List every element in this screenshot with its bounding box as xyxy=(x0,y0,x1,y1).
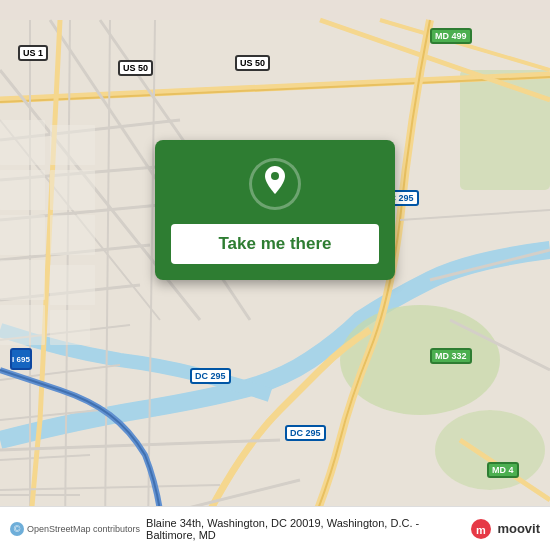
svg-rect-40 xyxy=(50,265,95,305)
svg-rect-36 xyxy=(0,170,45,210)
road-badge-us50-b: US 50 xyxy=(235,55,270,71)
svg-rect-34 xyxy=(50,125,95,165)
svg-rect-37 xyxy=(0,215,45,255)
action-card: Take me there xyxy=(155,140,395,280)
svg-rect-2 xyxy=(460,70,550,190)
svg-rect-42 xyxy=(50,310,90,345)
take-me-there-button[interactable]: Take me there xyxy=(171,224,379,264)
road-badge-i695: I 695 xyxy=(10,348,32,370)
road-badge-us50-a: US 50 xyxy=(118,60,153,76)
moovit-text: moovit xyxy=(497,521,540,536)
road-badge-dc295-c: DC 295 xyxy=(285,425,326,441)
bottom-bar: © OpenStreetMap contributors Blaine 34th… xyxy=(0,506,550,550)
road-badge-us1: US 1 xyxy=(18,45,48,61)
osm-text: OpenStreetMap contributors xyxy=(27,524,140,534)
map-container: US 1 US 50 US 50 MD 499 DC 295 DC 295 DC… xyxy=(0,0,550,550)
svg-point-3 xyxy=(435,410,545,490)
road-badge-md4: MD 4 xyxy=(487,462,519,478)
osm-icon: © xyxy=(10,522,24,536)
road-badge-dc295-b: DC 295 xyxy=(190,368,231,384)
road-badge-md499: MD 499 xyxy=(430,28,472,44)
osm-attribution: © OpenStreetMap contributors xyxy=(10,522,140,536)
location-pin-icon xyxy=(260,166,290,202)
location-icon-wrapper xyxy=(249,158,301,210)
svg-rect-35 xyxy=(50,170,95,210)
moovit-icon: m xyxy=(471,519,491,539)
address-text: Blaine 34th, Washington, DC 20019, Washi… xyxy=(146,517,465,541)
svg-text:m: m xyxy=(476,523,486,535)
road-badge-md332: MD 332 xyxy=(430,348,472,364)
svg-rect-33 xyxy=(0,120,45,165)
svg-point-43 xyxy=(271,172,279,180)
svg-rect-41 xyxy=(0,305,45,345)
svg-rect-38 xyxy=(50,215,95,255)
moovit-logo: m moovit xyxy=(471,519,540,539)
svg-rect-39 xyxy=(0,260,45,300)
